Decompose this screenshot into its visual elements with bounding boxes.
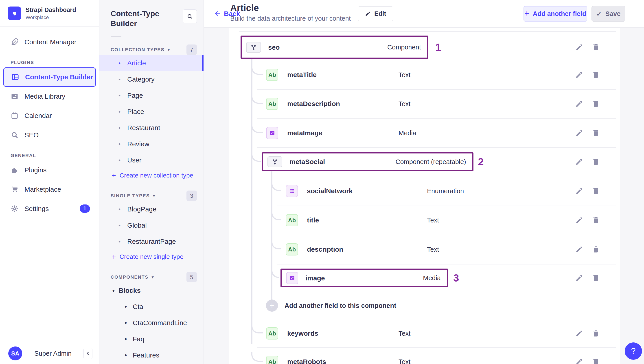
add-another-field-button[interactable]: + Add another field (524, 6, 587, 22)
field-type: Text (427, 246, 439, 253)
collection-item-article[interactable]: • Article (100, 55, 204, 71)
collection-item-category[interactable]: • Category (100, 71, 204, 87)
edit-field-button[interactable] (575, 245, 583, 253)
add-field-to-component-label[interactable]: Add another field to this component (284, 302, 396, 309)
media-field-icon (286, 272, 298, 284)
collection-item-page[interactable]: • Page (100, 87, 204, 104)
field-type: Enumeration (427, 188, 464, 195)
annotation-3: 3 (453, 272, 459, 284)
create-single-type-link[interactable]: + Create new single type (100, 250, 204, 264)
field-row-metarobots: Ab metaRobots Text (229, 347, 620, 364)
edit-field-button[interactable] (575, 43, 583, 51)
sidebar-item-settings[interactable]: Settings 1 (3, 199, 96, 218)
pencil-icon (575, 329, 583, 337)
edit-field-button[interactable] (575, 358, 583, 364)
component-item-cta[interactable]: • Cta (100, 299, 204, 315)
sidebar-item-content-type-builder[interactable]: Content-Type Builder (3, 67, 96, 87)
component-item-faq[interactable]: • Faq (100, 331, 204, 347)
search-icon (187, 13, 193, 20)
delete-field-button[interactable] (592, 71, 600, 79)
sidebar-item-calendar[interactable]: Calendar (3, 106, 96, 125)
sidebar-item-label: Content Manager (24, 38, 76, 46)
delete-field-button[interactable] (592, 129, 600, 137)
search-button[interactable] (183, 10, 197, 23)
sidebar-item-label: Content-Type Builder (25, 73, 93, 81)
panel-title: Content-Type Builder (110, 9, 172, 28)
delete-field-button[interactable] (592, 358, 600, 364)
sidebar-item-label: Plugins (24, 166, 46, 174)
highlight-box-1: seo Component (240, 36, 428, 59)
collection-item-review[interactable]: • Review (100, 136, 204, 152)
puzzle-icon (10, 166, 18, 174)
collection-count-badge: 7 (186, 45, 197, 55)
field-name: metaTitle (287, 71, 316, 79)
component-item-ctacommandline[interactable]: • CtaCommandLine (100, 315, 204, 331)
single-item-restaurantpage[interactable]: • RestaurantPage (100, 234, 204, 250)
delete-field-button[interactable] (592, 43, 600, 51)
sidebar-item-label: SEO (24, 131, 38, 139)
collection-item-user[interactable]: • User (100, 152, 204, 168)
divider (110, 36, 122, 37)
pencil-icon (575, 43, 583, 51)
delete-field-button[interactable] (592, 158, 600, 166)
collection-item-place[interactable]: • Place (100, 104, 204, 120)
delete-field-button[interactable] (592, 216, 600, 224)
field-name: image (306, 274, 325, 282)
edit-field-button[interactable] (575, 329, 583, 337)
edit-field-button[interactable] (575, 187, 583, 195)
field-name: metaImage (287, 129, 322, 137)
cart-icon (10, 185, 18, 194)
sidebar-item-media-library[interactable]: Media Library (3, 87, 96, 106)
bullet-icon: • (118, 60, 120, 66)
field-name: keywords (287, 330, 318, 337)
sidebar-item-seo[interactable]: SEO (3, 125, 96, 145)
delete-field-button[interactable] (592, 187, 600, 195)
field-name: title (307, 216, 319, 224)
collection-item-restaurant[interactable]: • Restaurant (100, 120, 204, 136)
create-collection-type-link[interactable]: + Create new collection type (100, 168, 204, 183)
component-group-blocks[interactable]: ▾ Blocks (100, 282, 204, 299)
sidebar-item-label: Calendar (24, 112, 52, 119)
collapse-sidebar-button[interactable] (84, 348, 92, 359)
pencil-icon (575, 274, 583, 282)
edit-field-button[interactable] (575, 129, 583, 137)
trash-icon (592, 216, 600, 224)
field-row-socialnetwork: socialNetwork Enumeration (229, 176, 620, 206)
sidebar-item-label: Media Library (24, 93, 65, 100)
layout-icon (11, 73, 19, 81)
delete-field-button[interactable] (592, 329, 600, 337)
chevron-left-icon (85, 350, 91, 356)
single-types-header[interactable]: SINGLE TYPES ▾ 3 (100, 190, 204, 201)
media-library-icon (10, 92, 18, 100)
collection-types-header[interactable]: COLLECTION TYPES ▾ 7 (100, 44, 204, 55)
delete-field-button[interactable] (592, 100, 600, 108)
content-type-builder-panel: Content-Type Builder COLLECTION TYPES ▾ … (100, 0, 204, 364)
save-button[interactable]: ✓ Save (592, 6, 626, 22)
component-item-features[interactable]: • Features (100, 347, 204, 363)
annotation-2: 2 (478, 156, 484, 168)
delete-field-button[interactable] (592, 274, 600, 282)
components-header[interactable]: COMPONENTS ▾ 5 (100, 272, 204, 282)
single-item-blogpage[interactable]: • BlogPage (100, 201, 204, 217)
edit-field-button[interactable] (575, 216, 583, 224)
field-name: seo (268, 43, 280, 51)
edit-field-button[interactable] (575, 100, 583, 108)
edit-field-button[interactable] (575, 71, 583, 79)
edit-button[interactable]: Edit (358, 6, 393, 21)
sidebar-item-plugins[interactable]: Plugins (3, 160, 96, 180)
delete-field-button[interactable] (592, 245, 600, 253)
field-name: metaDescription (287, 100, 340, 108)
edit-field-button[interactable] (575, 158, 583, 166)
bullet-icon: • (118, 239, 120, 245)
field-row-keywords: Ab keywords Text (229, 319, 620, 348)
highlight-box-2: metaSocial Component (repeatable) (262, 152, 474, 171)
trash-icon (592, 43, 600, 51)
single-item-global[interactable]: • Global (100, 217, 204, 234)
sidebar-item-content-manager[interactable]: Content Manager (3, 32, 96, 52)
help-button[interactable]: ? (625, 342, 642, 360)
bullet-icon: • (118, 109, 120, 115)
brand-text: Strapi Dashboard Workplace (26, 6, 76, 21)
add-field-plus-button[interactable]: + (266, 299, 278, 312)
edit-field-button[interactable] (575, 274, 583, 282)
sidebar-item-marketplace[interactable]: Marketplace (3, 180, 96, 199)
